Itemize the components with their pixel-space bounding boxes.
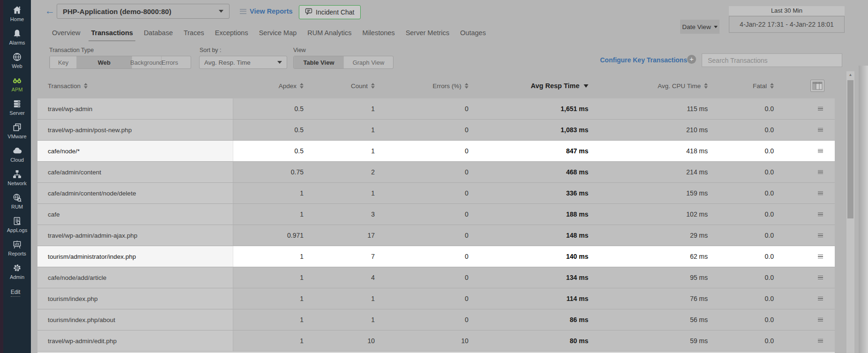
row-menu-icon[interactable] [816,148,824,155]
add-circle-icon[interactable]: + [687,55,696,64]
row-menu-icon[interactable] [816,127,824,134]
sort-updown-icon[interactable] [704,83,708,89]
table-row[interactable]: cafe/admin/content 0.75 2 0 468 ms 214 m… [37,162,835,183]
transactions-table: travel/wp-admin 0.5 1 0 1,651 ms 115 ms … [37,98,835,352]
row-menu-icon[interactable] [816,190,824,197]
tab[interactable]: RUM Analytics [305,28,354,41]
sidebar-item[interactable]: Web [3,49,31,72]
transaction-name-cell[interactable]: cafe/admin/content/node/delete [37,183,233,203]
transaction-name-cell[interactable]: cafe [37,204,233,225]
table-row[interactable]: tourism/index.php/about 1 1 0 86 ms 56 m… [37,309,835,330]
sort-by-dropdown[interactable]: Avg. Resp. Time [199,56,287,69]
table-row[interactable]: cafe/node/add/article 1 4 0 134 ms 95 ms… [37,267,835,288]
sidebar-edit-link[interactable]: Edit [11,289,21,297]
apdex-cell: 1 [233,267,307,288]
tab[interactable]: Transactions [89,28,135,41]
row-menu-icon[interactable] [816,253,824,260]
transaction-name-cell[interactable]: tourism/index.php/about [37,309,233,330]
row-menu-icon[interactable] [816,295,824,302]
column-header-apdex[interactable]: Apdex [233,83,307,90]
sort-by-label: Sort by : [200,47,222,53]
table-row[interactable]: tourism/index.php 1 1 0 114 ms 76 ms 0.0 [37,288,835,309]
column-header-count[interactable]: Count [307,83,377,90]
row-menu-icon[interactable] [816,105,824,113]
network-icon [12,169,22,179]
tab[interactable]: Overview [50,28,82,41]
tab[interactable]: Traces [181,28,207,41]
table-row[interactable]: travel/wp-admin/admin-ajax.php 0.971 17 … [37,225,835,246]
sidebar-item[interactable]: Alarms [3,25,31,49]
tab[interactable]: Exceptions [213,28,251,41]
row-menu-icon[interactable] [816,316,824,323]
sidebar-item[interactable]: Home [3,2,31,25]
date-view-button[interactable]: Date View [680,20,720,34]
sort-updown-icon[interactable] [84,83,88,89]
column-chooser-icon[interactable] [810,80,824,92]
sidebar-item[interactable]: VMware [3,119,31,143]
table-scrollbar[interactable]: ▲ [846,71,854,353]
transaction-type-option[interactable]: Key [50,56,76,68]
row-menu-icon[interactable] [816,338,824,345]
view-option[interactable]: Table View [294,56,343,68]
column-header-errors[interactable]: Errors (%) [377,83,471,90]
row-menu-icon[interactable] [816,274,824,281]
avg-cpu-cell: 418 ms [591,141,711,161]
row-menu-icon[interactable] [816,169,824,176]
row-menu-icon[interactable] [816,232,824,239]
view-option[interactable]: Graph View [343,56,393,68]
tab[interactable]: Service Map [257,28,299,41]
transaction-name-cell[interactable]: travel/wp-admin/edit.php [37,330,233,351]
transaction-name-cell[interactable]: cafe/admin/content [37,162,233,182]
fatal-cell: 0.0 [711,204,777,225]
transaction-name-cell[interactable]: travel/wp-admin/post-new.php [37,120,233,140]
transaction-type-option[interactable]: Errors [161,56,178,68]
sort-desc-icon[interactable] [584,84,588,88]
transaction-type-option[interactable]: Background [132,56,161,68]
table-row[interactable]: tourism/administrator/index.php 1 7 0 14… [37,246,835,267]
sidebar-item[interactable]: Admin [3,260,31,283]
sidebar-item[interactable]: APM [3,72,31,96]
tab[interactable]: Milestones [360,28,397,41]
table-row[interactable]: cafe 1 3 0 188 ms 102 ms 0.0 [37,204,835,225]
back-arrow-icon[interactable]: ← [45,5,55,16]
sidebar-item[interactable]: Cloud [3,143,31,166]
row-menu-icon[interactable] [816,211,824,218]
tab[interactable]: Outages [458,28,488,41]
incident-chat-button[interactable]: Incident Chat [299,5,361,19]
transaction-name-cell[interactable]: tourism/administrator/index.php [37,246,233,267]
table-row[interactable]: cafe/admin/content/node/delete 1 1 0 336… [37,183,835,204]
sidebar-item[interactable]: RUM [3,189,31,213]
sidebar-item[interactable]: Network [3,166,31,189]
search-transactions-input[interactable] [702,53,842,67]
table-row[interactable]: travel/wp-admin/post-new.php 0.5 1 0 1,0… [37,120,835,141]
transaction-name-cell[interactable]: cafe/node/add/article [37,267,233,288]
transaction-name-cell[interactable]: tourism/index.php [37,288,233,309]
monitor-selector-dropdown[interactable]: PHP-Application (demo-8000:80) [57,4,230,19]
sort-updown-icon[interactable] [770,83,774,89]
transaction-name-cell[interactable]: travel/wp-admin [37,98,233,119]
column-header-fatal[interactable]: Fatal [711,83,777,90]
transaction-name-cell[interactable]: cafe/node/* [37,141,233,161]
column-header-avg-resp-time[interactable]: Avg Resp Time [471,82,591,90]
scroll-up-icon[interactable]: ▲ [846,71,854,79]
transaction-name-cell[interactable]: travel/wp-admin/admin-ajax.php [37,225,233,246]
transaction-type-option[interactable]: Web [76,56,131,68]
tab[interactable]: Database [141,28,175,41]
sidebar-item[interactable]: AppLogs [3,213,31,236]
table-row[interactable]: travel/wp-admin 0.5 1 0 1,651 ms 115 ms … [37,98,835,120]
sort-updown-icon[interactable] [371,83,375,89]
sort-updown-icon[interactable] [465,83,468,89]
column-header-transaction[interactable]: Transaction [37,83,233,90]
tab[interactable]: Server Metrics [403,28,452,41]
sidebar-item[interactable]: Reports [3,236,31,260]
sidebar-item[interactable]: Server [3,96,31,119]
table-row[interactable]: travel/wp-admin/edit.php 1 10 10 80 ms 5… [37,330,835,352]
view-reports-link[interactable]: View Reports [240,8,293,15]
configure-key-transactions-link[interactable]: Configure Key Transactions [600,56,687,64]
date-range-picker[interactable]: 4-Jan-22 17:31 - 4-Jan-22 18:01 [729,16,845,33]
column-header-avg-cpu-time[interactable]: Avg. CPU Time [591,83,711,90]
sort-updown-icon[interactable] [300,83,304,89]
table-row[interactable]: cafe/node/* 0.5 1 0 847 ms 418 ms 0.0 [37,141,835,162]
page-scrollbar-track[interactable] [859,66,868,353]
scrollbar-thumb[interactable] [847,80,853,218]
